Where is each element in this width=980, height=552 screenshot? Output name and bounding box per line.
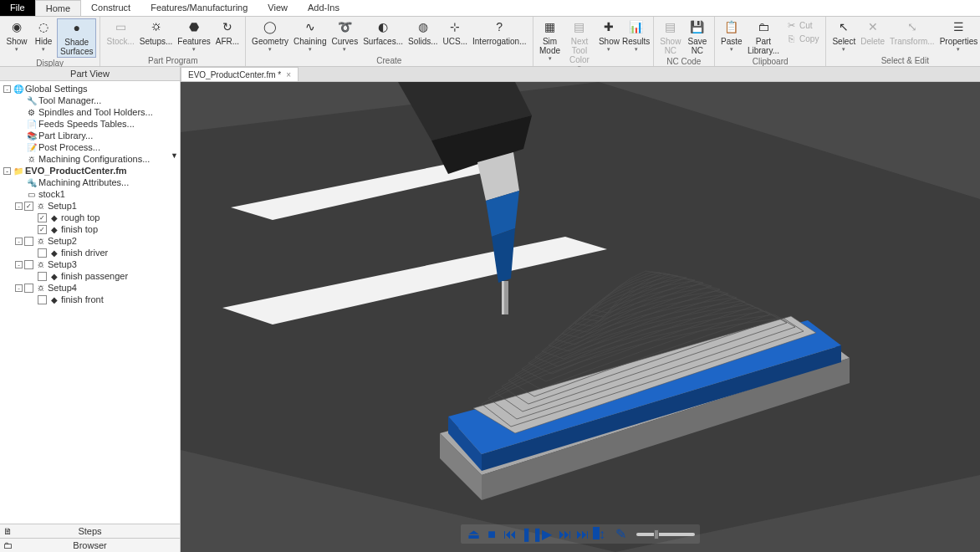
paste-button[interactable]: 📋Paste▾	[718, 18, 745, 54]
menu-tab-home[interactable]: Home	[35, 0, 81, 16]
checkbox[interactable]: ✓	[38, 225, 47, 234]
surfaces-label: Surfaces...	[363, 37, 403, 46]
tree-item[interactable]: 🔧Tool Manager...	[2, 95, 178, 106]
expand-icon[interactable]: -	[15, 202, 23, 210]
menu-tab-addins[interactable]: Add-Ins	[298, 0, 350, 16]
hide-button[interactable]: ◌Hide▾	[30, 18, 57, 54]
checkbox[interactable]	[24, 237, 33, 246]
expand-icon[interactable]: -	[15, 261, 23, 268]
playback-btn-0[interactable]: ⏏	[466, 526, 481, 542]
tree-item[interactable]: ◆finish driver	[2, 247, 178, 258]
tree-item[interactable]: 🔩Machining Attributes...	[2, 176, 178, 188]
select-button[interactable]: ↖Select▾	[829, 18, 858, 54]
surfaces-button[interactable]: ◐Surfaces...	[360, 18, 406, 47]
tree-label: Machining Attributes...	[38, 177, 129, 187]
tree-item[interactable]: -🌐Global Settings	[2, 83, 178, 95]
expand-icon[interactable]: -	[3, 85, 11, 93]
tree-item[interactable]: -✓⛭Setup1	[2, 200, 178, 212]
tree-item[interactable]: ✓◆rough top	[2, 212, 178, 223]
playback-btn-4[interactable]: ▶	[539, 526, 554, 542]
checkbox[interactable]	[38, 272, 47, 281]
tree-item[interactable]: ⛭Machining Configurations...	[2, 153, 178, 165]
stock-label: Stock...	[106, 37, 134, 46]
features-button[interactable]: ⬣Features▾	[175, 18, 212, 54]
close-tab-icon[interactable]: ×	[286, 70, 291, 79]
curves-button[interactable]: ➰Curves▾	[329, 18, 361, 54]
setups-button[interactable]: ⛭Setups...	[137, 18, 175, 47]
tree-item[interactable]: -⛭Setup3	[2, 258, 178, 270]
results-button[interactable]: 📊Results▾	[622, 18, 649, 54]
show-sim-button[interactable]: ✚Show▾	[595, 18, 622, 54]
playback-btn-6[interactable]: ⏭❚	[576, 527, 591, 542]
tree-icon: 🔩	[26, 177, 37, 188]
properties-button[interactable]: ☰Properties▾	[937, 18, 980, 54]
expand-icon[interactable]: -	[15, 238, 23, 245]
save-nc-button[interactable]: 💾SaveNC	[684, 18, 711, 56]
checkbox[interactable]	[38, 295, 47, 304]
ribbon-group-select-edit: ↖Select▾✕Delete⤡Transform...☰Properties▾…	[826, 17, 980, 66]
sim-mode-label: Sim	[543, 37, 557, 46]
playback-btn-5[interactable]: ⏭	[558, 527, 573, 542]
tree-dropdown-icon[interactable]: ▼	[171, 151, 178, 160]
document-tab-label: EVO_ProductCenter.fm *	[188, 70, 281, 79]
delete-button: ✕Delete	[858, 18, 887, 47]
tree-item[interactable]: -⛭Setup4	[2, 282, 178, 294]
chevron-down-icon: ▾	[15, 46, 18, 53]
expand-icon[interactable]: -	[15, 284, 23, 292]
part-library-label: Part	[756, 37, 771, 46]
checkbox[interactable]	[24, 260, 33, 269]
playback-btn-1[interactable]: ■	[484, 527, 499, 542]
curves-icon: ➰	[336, 19, 353, 36]
tree-icon: 🌐	[13, 84, 23, 95]
slider-thumb[interactable]	[654, 529, 659, 539]
tree-icon: ⛭	[35, 283, 46, 294]
steps-bar[interactable]: 🗎 Steps	[0, 524, 180, 538]
paste-icon: 📋	[723, 19, 740, 36]
menu-tab-features[interactable]: Features/Manufacturing	[140, 0, 258, 16]
playback-speed-slider[interactable]	[636, 533, 695, 536]
menu-tab-construct[interactable]: Construct	[81, 0, 140, 16]
tree-item[interactable]: 📚Part Library...	[2, 130, 178, 141]
tree-item[interactable]: ◆finish front	[2, 294, 178, 304]
checkbox[interactable]: ✓	[24, 202, 33, 211]
geometry-button[interactable]: ◯Geometry▾	[249, 18, 291, 54]
save-nc-icon: 💾	[689, 19, 706, 36]
playback-btn-2[interactable]: ⏮	[503, 527, 518, 542]
sim-mode-button[interactable]: ▦SimMode▾	[537, 18, 564, 63]
checkbox[interactable]	[24, 284, 33, 293]
playback-btn-7[interactable]: ↕	[595, 527, 610, 542]
menu-tab-view[interactable]: View	[258, 0, 298, 16]
expand-icon[interactable]: -	[3, 167, 11, 175]
checkbox[interactable]: ✓	[38, 213, 47, 222]
playback-btn-8[interactable]: ✎	[613, 526, 628, 542]
tree-item[interactable]: ◆finish passenger	[2, 270, 178, 282]
document-tab[interactable]: EVO_ProductCenter.fm * ×	[181, 67, 299, 81]
tree-item[interactable]: -⛭Setup2	[2, 235, 178, 247]
playback-btn-3[interactable]: ❚❚	[521, 526, 536, 542]
part-library-button[interactable]: 🗀PartLibrary...	[745, 18, 782, 56]
shade-surfaces-label: Shade	[64, 38, 89, 47]
ribbon-group-label: Part Program	[104, 55, 242, 66]
tree-item[interactable]: ⚙Spindles and Tool Holders...	[2, 106, 178, 118]
tree-item[interactable]: ✓◆finish top	[2, 223, 178, 235]
tree-item[interactable]: 📄Feeds Speeds Tables...	[2, 118, 178, 130]
interrogation-button[interactable]: ?Interrogation...	[470, 18, 528, 47]
tree-item[interactable]: ▭stock1	[2, 188, 178, 200]
tree-icon: ▭	[26, 189, 37, 200]
browser-bar[interactable]: 🗀 Browser	[0, 538, 180, 552]
ucs-button[interactable]: ⊹UCS...	[441, 18, 470, 47]
show-button[interactable]: ◉Show▾	[3, 18, 30, 54]
afr-button[interactable]: ↻AFR...	[213, 18, 242, 47]
menu-file[interactable]: File	[0, 0, 35, 16]
part-view-tree[interactable]: -🌐Global Settings🔧Tool Manager...⚙Spindl…	[0, 81, 180, 304]
3d-canvas[interactable]: TOOLBOX ◂	[181, 82, 980, 552]
tree-item[interactable]: -📁EVO_ProductCenter.fm	[2, 165, 178, 176]
paste-label: Paste	[721, 37, 743, 46]
tree-item[interactable]: 📝Post Process...	[2, 141, 178, 153]
afr-label: AFR...	[216, 37, 239, 46]
shade-surfaces-button[interactable]: ●ShadeSurfaces	[57, 18, 96, 58]
checkbox[interactable]	[38, 248, 47, 258]
chaining-button[interactable]: ∿Chaining▾	[291, 18, 329, 54]
shade-surfaces-label: Surfaces	[60, 47, 93, 56]
solids-button[interactable]: ◍Solids...	[406, 18, 441, 47]
